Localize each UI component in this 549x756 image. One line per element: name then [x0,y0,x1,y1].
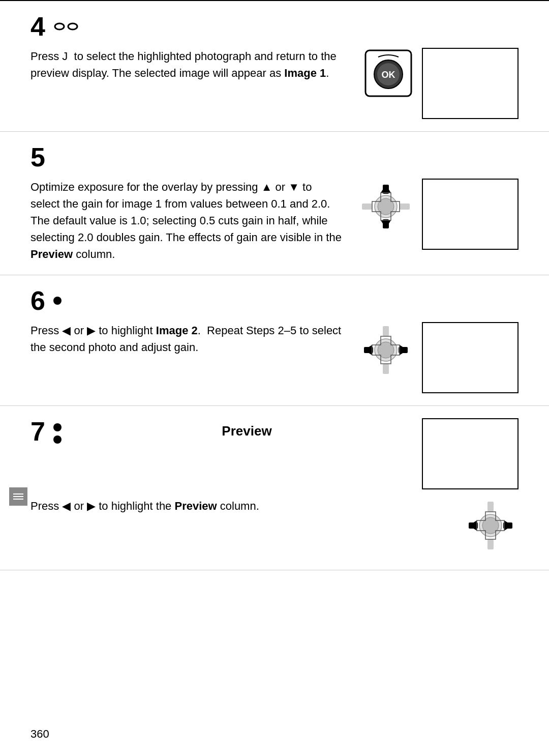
sidebar-line-2 [13,496,23,497]
sidebar-lines [13,493,23,500]
section-6-text: Press ◀ or ▶ to highlight Image 2. Repea… [30,322,343,356]
section-4-text: Press J to select the highlighted photog… [30,48,348,81]
page-number-text: 360 [30,728,49,740]
infinity-icon [53,19,79,34]
section-4: 4 Press J to select the highlighted phot… [0,1,549,132]
step-4-number: 4 [30,13,45,40]
svg-rect-29 [487,539,494,549]
section-6-header: 6 [30,287,518,314]
dpad-leftright-icon-2 [463,498,518,554]
section-7-images [463,498,518,554]
section-5-images [358,179,518,250]
step-5-number: 5 [30,144,45,170]
section-4-preview-box [422,48,518,119]
ok-button-icon: OK [363,48,414,99]
section-4-header: 4 [30,13,518,40]
step-7-dots [53,423,62,444]
section-7-text: Press ◀ or ▶ to highlight the Preview co… [30,498,447,514]
step-7-dot-1 [53,423,62,431]
section-5-header: 5 [30,144,518,170]
dpad-leftright-icon [358,322,414,378]
dpad-updown-icon [358,179,414,235]
svg-rect-13 [400,203,410,210]
step-7-number: 7 [30,418,45,445]
svg-point-23 [482,517,499,534]
svg-point-7 [378,198,394,215]
section-7-header-row: 7 Preview [30,418,518,489]
section-6-images [358,322,518,393]
section-5-content: Optimize exposure for the overlay by pre… [30,179,518,263]
section-6-content: Press ◀ or ▶ to highlight Image 2. Repea… [30,322,518,393]
section-5-text: Optimize exposure for the overlay by pre… [30,179,343,263]
step-6-dot [53,297,62,305]
section-6-preview-box [422,322,518,393]
section-7-content: Press ◀ or ▶ to highlight the Preview co… [30,498,518,554]
svg-rect-21 [383,364,389,374]
section-5-preview-box [422,179,518,250]
step-7-dot-2 [53,435,62,444]
sidebar-menu-icon [9,487,27,506]
section-5: 5 Optimize exposure for the overlay by p… [0,132,549,275]
svg-point-0 [55,23,64,30]
section-4-content: Press J to select the highlighted photog… [30,48,518,119]
svg-rect-20 [383,326,389,336]
svg-rect-28 [487,502,494,512]
preview-label: Preview [222,423,271,439]
section-7-preview-box [422,418,518,489]
step-7-column-title-area: Preview [72,418,422,439]
section-7: 7 Preview Press ◀ or ▶ to highlight the … [0,406,549,570]
svg-point-1 [68,23,77,30]
svg-point-15 [378,342,394,358]
sidebar-line-3 [13,499,23,500]
svg-rect-12 [362,203,372,210]
sidebar-line-1 [13,493,23,495]
section-4-images: OK [363,48,518,119]
svg-text:OK: OK [382,70,395,80]
page-number: 360 [30,728,49,741]
step-6-number: 6 [30,287,45,314]
page-container: 4 Press J to select the highlighted phot… [0,0,549,756]
section-6: 6 Press ◀ or ▶ to highlight Image 2. Rep… [0,275,549,406]
